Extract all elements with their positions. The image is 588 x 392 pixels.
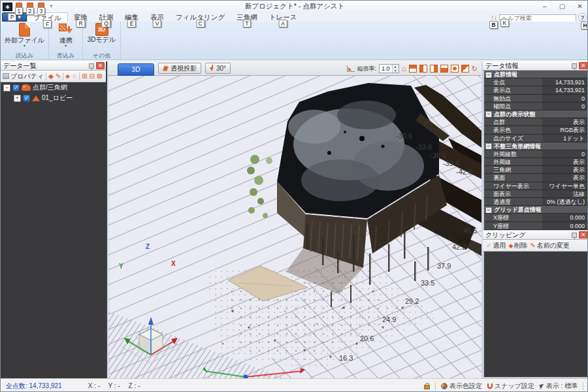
panel-title: クリッピング	[483, 231, 572, 240]
pin-icon[interactable]	[572, 233, 577, 238]
tree-item-lobby[interactable]: + ✓ 01_ロビー	[1, 93, 106, 103]
perspective-icon	[163, 66, 169, 71]
view-tab-3d[interactable]: 3D	[118, 63, 154, 76]
properties-button[interactable]: プロパティ	[3, 72, 44, 81]
view-angle-button[interactable]: 30°	[205, 63, 231, 74]
table-row[interactable]: 点のサイズ 1ドット	[484, 135, 587, 142]
eraser-icon[interactable]: ◆	[48, 73, 54, 80]
check-icon: ✓	[486, 242, 491, 249]
viewport-frame: 3D 透視投影 30° 縦倍率: 1.0 ▲▼ ⌂	[108, 61, 482, 378]
application-menu-button[interactable]: P ▾	[2, 12, 27, 22]
viewport-canvas[interactable]: -30.6-33.6-36.6-39.6-42.6 46.542.237.933…	[108, 76, 482, 378]
lock-icon[interactable]	[424, 385, 430, 389]
table-row[interactable]: 点群 表示	[484, 118, 587, 126]
pen-icon[interactable]: ✎	[56, 73, 61, 80]
table-row[interactable]: 点群の表示状態	[484, 110, 587, 118]
axis-label: 37.9	[437, 262, 451, 270]
table-row[interactable]: 三角網 表示	[484, 166, 587, 174]
home-view-icon[interactable]: ⌂	[402, 64, 406, 73]
table-row[interactable]: 全点 14,733,921	[484, 78, 587, 86]
table-row[interactable]: 表示点 14,733,921	[484, 86, 587, 94]
window-title: 新プロジェクト* - 点群アシスト	[1, 2, 588, 11]
visibility-checkbox[interactable]: ✓	[12, 84, 20, 91]
view-left-icon[interactable]	[451, 65, 459, 73]
qat-button-2[interactable]: 2	[26, 3, 35, 10]
view-right-icon[interactable]	[461, 65, 469, 73]
table-row[interactable]: Y座標 0.000	[484, 222, 587, 230]
tab-measure[interactable]: 計測Q	[93, 12, 119, 22]
tab-filtering[interactable]: フィルタリングC	[170, 12, 231, 22]
rotate-view-icon[interactable]: ↻	[472, 65, 478, 73]
tab-edit[interactable]: 編集E	[119, 12, 144, 22]
table-row[interactable]: 点群情報	[484, 71, 587, 78]
table-row[interactable]: 面表示 法線	[484, 190, 587, 198]
panel-close-icon[interactable]: ✕	[579, 231, 587, 238]
delete-item-icon[interactable]: ⊠	[97, 73, 102, 80]
table-row[interactable]: 表示色 RGB表示	[484, 126, 587, 134]
external-file-icon	[19, 23, 30, 37]
help-icon[interactable]: ?H	[578, 13, 587, 22]
sort-icon[interactable]: ↑↓B	[491, 14, 497, 21]
visibility-checkbox[interactable]: ✓	[23, 95, 30, 102]
link-button[interactable]: 連携 ▾	[59, 22, 73, 52]
table-row[interactable]: 無効点 0	[484, 95, 587, 103]
view-front-icon[interactable]	[419, 65, 427, 73]
panel-close-icon[interactable]: ✕	[96, 62, 105, 69]
table-row[interactable]: 裏面 表示	[484, 174, 587, 182]
qat-customize-icon[interactable]: ▾	[50, 3, 53, 9]
collapse-all-icon[interactable]: ⊟	[90, 73, 95, 80]
display-mode-button[interactable]: ◤表示 : 標準	[540, 382, 578, 391]
triad-z-label: Z	[146, 243, 150, 250]
view-back-icon[interactable]	[430, 65, 438, 73]
tab-view[interactable]: 表示V	[144, 12, 170, 22]
external-file-button[interactable]: 外部ファイル ▾	[5, 22, 44, 52]
tab-convert[interactable]: 変換R	[68, 12, 93, 22]
point-cloud-tool-icon[interactable]: ♣	[65, 73, 70, 80]
point-cloud-icon	[22, 84, 31, 91]
pin-icon[interactable]	[572, 63, 577, 69]
keytip: 2	[26, 7, 34, 15]
expander-icon[interactable]: +	[14, 95, 21, 102]
app-logo-icon[interactable]: ◈	[3, 3, 12, 11]
spin-down-icon[interactable]: ▼	[393, 69, 399, 73]
view-top-icon[interactable]	[409, 65, 417, 73]
qat-button-3[interactable]: 3	[37, 3, 46, 10]
data-list-toolbar: プロパティ ◆ ✎ ♣ ⁘ ⊞ ⊟ ⊠	[1, 71, 106, 82]
display-color-settings-button[interactable]: 表示色設定	[441, 382, 482, 391]
clipping-toolbar: ✓適用 ◆削除 ✎名前の変更	[483, 240, 588, 252]
keytip: 1	[15, 7, 23, 15]
vertical-scale-stepper[interactable]: 1.0 ▲▼	[379, 64, 399, 73]
table-row[interactable]: X座標 0.000	[484, 214, 587, 221]
quick-access-toolbar: 1 2 3 ▾	[15, 3, 54, 10]
table-row[interactable]: ワイヤー表示 ワイヤー単色	[484, 182, 587, 190]
delete-button[interactable]: ◆削除	[508, 241, 527, 250]
table-row[interactable]: 補間点 0	[484, 103, 587, 110]
expander-icon[interactable]: −	[3, 84, 10, 91]
pin-icon[interactable]	[89, 63, 94, 69]
axis-label: -33.6	[416, 143, 432, 151]
cursor-icon: ◤	[539, 382, 545, 389]
axis-label: -39.6	[443, 159, 459, 167]
tab-tin[interactable]: 三角網T	[231, 12, 263, 22]
qat-button-1[interactable]: 1	[15, 3, 24, 10]
tab-trace[interactable]: トレースA	[263, 12, 303, 22]
view-bottom-icon[interactable]	[440, 65, 448, 73]
panel-close-icon[interactable]: ✕	[579, 62, 587, 69]
perspective-button[interactable]: 透視投影	[158, 63, 201, 74]
table-row[interactable]: 外周線数 0	[484, 150, 587, 158]
group-label-export: 書込み	[57, 52, 74, 59]
table-row[interactable]: グリッド原点情報	[484, 206, 587, 214]
table-row[interactable]: 透過度 0% (透過なし)	[484, 198, 587, 206]
table-row[interactable]: 外周線 表示	[484, 158, 587, 166]
ribbon: 外部ファイル ▾ 読込み 連携 ▾ 書込み 3D 3Dモデル その他	[1, 22, 588, 60]
tree-item-pointcloud-group[interactable]: − ✓ 点群/三角網	[1, 82, 106, 93]
expand-all-icon[interactable]: ⊞	[82, 73, 87, 80]
status-bar: 全点数: 14,733,921 X : - Y : - Z : - 表示色設定 …	[1, 378, 588, 392]
table-row[interactable]: 不整三角形網情報	[484, 142, 587, 150]
apply-button[interactable]: ✓適用	[486, 241, 506, 250]
mesh-tool-icon[interactable]: ⁘	[72, 73, 77, 80]
snap-settings-button[interactable]: スナップ設定	[487, 382, 534, 391]
rename-button[interactable]: ✎名前の変更	[530, 241, 570, 250]
data-info-panel: データ情報 ✕ 点群情報 全点 14,733,921	[483, 61, 588, 231]
triad-y-label: Y	[119, 263, 123, 270]
